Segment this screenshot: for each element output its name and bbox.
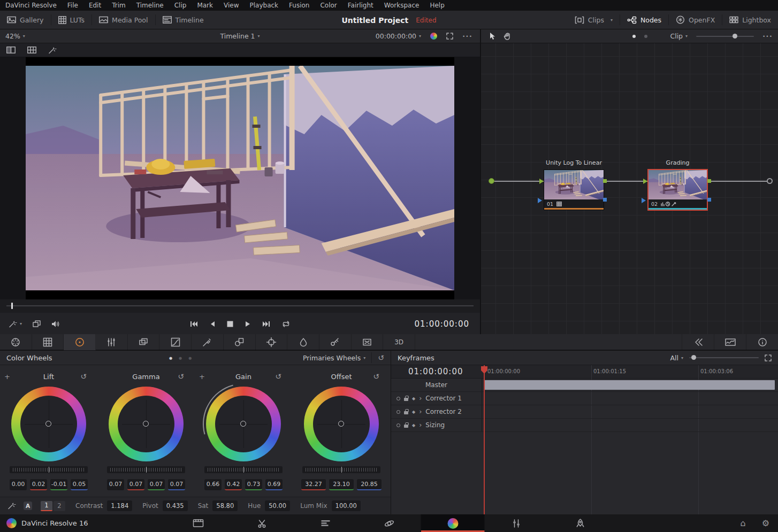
gamma-color-wheel[interactable] <box>109 387 184 461</box>
node-02[interactable]: 02 <box>647 169 708 211</box>
menu-edit[interactable]: Edit <box>83 0 106 11</box>
timeline-button[interactable]: Timeline <box>156 11 211 29</box>
menu-playback[interactable]: Playback <box>244 0 284 11</box>
page-media[interactable] <box>166 514 230 532</box>
viewer-zoom-select[interactable]: 42% ▾ <box>0 32 25 40</box>
collapse-panels-icon[interactable] <box>682 334 714 350</box>
skip-end-button[interactable] <box>262 320 270 328</box>
nodes-button[interactable]: Nodes <box>620 11 668 29</box>
gain-value-r[interactable]: 0.42 <box>225 479 242 490</box>
gamma-value-y[interactable]: 0.07 <box>107 479 124 490</box>
track-enable-icon[interactable] <box>396 410 400 414</box>
page-dot[interactable]: ● <box>188 356 192 360</box>
node-zoom-knob[interactable] <box>733 34 737 38</box>
node-02-rgb-input[interactable] <box>643 179 647 184</box>
page-fairlight[interactable] <box>485 514 548 532</box>
lift-color-wheel[interactable] <box>11 387 86 461</box>
lift-value-y[interactable]: 0.00 <box>10 479 27 490</box>
lock-icon[interactable] <box>404 425 408 428</box>
node-tree-output-port[interactable] <box>767 178 773 184</box>
page-edit[interactable] <box>294 514 357 532</box>
menu-help[interactable]: Help <box>424 0 449 11</box>
node-graph-canvas[interactable]: Unity Log To Linear 01 Grading 02 <box>481 43 778 334</box>
history-reset-icon[interactable]: ↺ <box>378 353 384 362</box>
source-input-port[interactable] <box>489 178 494 184</box>
keyframes-zoom-knob[interactable] <box>691 355 696 360</box>
keyframes-ruler[interactable]: 01:00:00:00 01:00:00:00 01:00:01:15 01:0… <box>391 365 778 379</box>
qualifier-tool[interactable] <box>192 334 224 350</box>
keyframes-filter-select[interactable]: All ▾ <box>670 354 683 362</box>
menu-view[interactable]: View <box>218 0 244 11</box>
info-icon[interactable] <box>746 334 778 350</box>
menu-fusion[interactable]: Fusion <box>284 0 315 11</box>
keyframe-track-master[interactable]: Master <box>391 379 778 392</box>
menu-clip[interactable]: Clip <box>169 0 192 11</box>
wheel-indicator[interactable] <box>45 421 51 427</box>
keyframe-diamond-icon[interactable]: ◆ <box>412 410 415 414</box>
lock-icon[interactable] <box>404 398 408 401</box>
grab-still-color-icon[interactable] <box>430 33 437 40</box>
keyframes-playhead[interactable] <box>484 365 485 514</box>
split-compare-icon[interactable] <box>6 47 16 53</box>
adjust-page-1-tab[interactable]: 1 <box>41 501 52 511</box>
hue-value[interactable]: 50.00 <box>265 500 290 511</box>
lift-master-slider[interactable] <box>10 466 88 473</box>
step-back-button[interactable] <box>209 320 216 328</box>
key-tool[interactable] <box>319 334 352 350</box>
wheel-indicator[interactable] <box>240 421 246 427</box>
color-wheels-tool[interactable] <box>64 334 96 350</box>
menu-fairlight[interactable]: Fairlight <box>342 0 379 11</box>
enhance-wand-icon[interactable] <box>48 47 57 54</box>
pointer-tool-icon[interactable] <box>490 32 496 40</box>
keyframe-track-sizing[interactable]: ◆ › Sizing <box>391 419 778 432</box>
page-dot-active[interactable]: ● <box>169 356 172 360</box>
gain-value-g[interactable]: 0.73 <box>245 479 262 490</box>
keyframes-zoom-slider[interactable] <box>689 357 759 358</box>
audio-mute-icon[interactable] <box>51 320 60 328</box>
menu-trim[interactable]: Trim <box>106 0 131 11</box>
more-options-icon[interactable]: ••• <box>462 34 472 39</box>
stop-button[interactable] <box>227 321 233 327</box>
offset-value-r[interactable]: 32.27 <box>301 479 326 490</box>
contrast-value[interactable]: 1.184 <box>107 500 132 511</box>
camera-raw-tool[interactable] <box>0 334 32 350</box>
expand-icon[interactable] <box>765 354 772 361</box>
menu-workspace[interactable]: Workspace <box>379 0 425 11</box>
loop-button[interactable] <box>281 320 291 328</box>
color-match-tool[interactable] <box>32 334 64 350</box>
expand-track-icon[interactable]: › <box>419 396 422 401</box>
scopes-icon[interactable] <box>714 334 746 350</box>
wheel-mode-select[interactable]: Primaries Wheels ▾ <box>303 354 365 362</box>
keyframe-diamond-icon[interactable]: ◆ <box>412 396 415 401</box>
track-enable-icon[interactable] <box>396 397 400 400</box>
clips-button[interactable]: Clips ▾ <box>568 11 620 29</box>
wheel-indicator[interactable] <box>338 421 344 427</box>
node-01[interactable]: 01 <box>544 169 604 210</box>
gamma-value-g[interactable]: 0.07 <box>148 479 165 490</box>
settings-gear-icon[interactable]: ⚙ <box>762 518 769 528</box>
play-button[interactable] <box>245 320 251 328</box>
viewer-scrub-bar[interactable] <box>0 299 480 313</box>
reset-icon[interactable]: ↺ <box>373 372 379 381</box>
page-deliver[interactable] <box>548 514 612 532</box>
auto-balance-wand-icon[interactable] <box>7 502 16 510</box>
node-view-dot-active[interactable] <box>632 35 636 38</box>
gamma-value-b[interactable]: 0.07 <box>168 479 185 490</box>
gamma-value-r[interactable]: 0.07 <box>127 479 144 490</box>
home-icon[interactable]: ⌂ <box>741 518 746 528</box>
keyframe-diamond-icon[interactable]: ◆ <box>412 423 415 428</box>
node-view-dot[interactable] <box>644 35 647 38</box>
auto-button[interactable]: A <box>24 502 32 510</box>
node-level-select[interactable]: Clip ▾ <box>670 32 688 40</box>
scrub-playhead[interactable] <box>11 303 13 309</box>
node-02-key-input[interactable] <box>642 198 646 203</box>
blur-tool[interactable] <box>287 334 319 350</box>
reset-icon[interactable]: ↺ <box>80 372 87 381</box>
viewer-timecode-dropdown[interactable]: 00:00:00:00▾ <box>376 32 421 40</box>
gain-master-slider[interactable] <box>204 466 283 473</box>
node-01-key-output[interactable] <box>603 198 607 202</box>
grid-view-icon[interactable] <box>27 47 36 53</box>
node-02-rgb-output[interactable] <box>707 179 711 183</box>
lum-mix-value[interactable]: 100.00 <box>332 500 361 511</box>
curves-tool[interactable] <box>159 334 192 350</box>
